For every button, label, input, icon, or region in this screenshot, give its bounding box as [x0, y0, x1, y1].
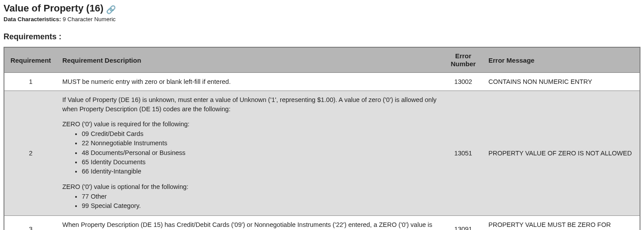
requirements-heading: Requirements : — [4, 32, 640, 41]
header-requirement: Requirement — [4, 47, 57, 73]
list-item: 22 Nonnegotiable Instruments — [82, 139, 438, 147]
page-title: Value of Property (16) — [4, 3, 103, 14]
data-characteristics-line: Data Characteristics: 9 Character Numeri… — [4, 16, 640, 23]
cell-description: MUST be numeric entry with zero or blank… — [57, 73, 443, 91]
cell-description: When Property Description (DE 15) has Cr… — [57, 215, 443, 230]
cell-error-number: 13002 — [443, 73, 483, 91]
cell-error-message: PROPERTY VALUE MUST BE ZERO FOR DESCRIPT… — [483, 215, 640, 230]
desc-optional-list: 77 Other 99 Special Category. — [62, 192, 438, 211]
list-item: 66 Identity-Intangible — [82, 167, 438, 176]
list-item: 09 Credit/Debit Cards — [82, 129, 438, 138]
cell-requirement-number: 3 — [4, 215, 57, 230]
desc-required-list: 09 Credit/Debit Cards 22 Nonnegotiable I… — [62, 129, 438, 176]
cell-description: If Value of Property (DE 16) is unknown,… — [57, 91, 443, 215]
data-characteristics-label: Data Characteristics: — [4, 16, 61, 23]
header-description: Requirement Description — [57, 47, 443, 73]
desc-intro: If Value of Property (DE 16) is unknown,… — [62, 95, 438, 113]
list-item: 65 Identity Documents — [82, 158, 438, 166]
desc-optional-label: ZERO ('0') value is optional for the fol… — [62, 182, 438, 191]
cell-error-number: 13091 — [443, 215, 483, 230]
data-characteristics-value: 9 Character Numeric — [63, 16, 116, 23]
cell-error-number: 13051 — [443, 91, 483, 215]
table-header-row: Requirement Requirement Description Erro… — [4, 47, 640, 73]
header-error-message: Error Message — [483, 47, 640, 73]
header-error-number: Error Number — [443, 47, 483, 73]
list-item: 77 Other — [82, 192, 438, 201]
table-row: 3 When Property Description (DE 15) has … — [4, 215, 640, 230]
list-item: 99 Special Category. — [82, 201, 438, 210]
header-error-number-line2: Number — [451, 60, 476, 68]
link-icon[interactable]: 🔗 — [106, 5, 116, 15]
table-row: 1 MUST be numeric entry with zero or bla… — [4, 73, 640, 91]
header-error-number-line1: Error — [455, 52, 472, 60]
page-title-text: Value of Property (16) — [4, 3, 103, 14]
list-item: 48 Documents/Personal or Business — [82, 148, 438, 157]
cell-error-message: CONTAINS NON NUMERIC ENTRY — [483, 73, 640, 91]
table-row: 2 If Value of Property (DE 16) is unknow… — [4, 91, 640, 215]
requirements-table: Requirement Requirement Description Erro… — [4, 47, 640, 230]
desc-required-label: ZERO ('0') value is required for the fol… — [62, 120, 438, 128]
cell-requirement-number: 1 — [4, 73, 57, 91]
cell-error-message: PROPERTY VALUE OF ZERO IS NOT ALLOWED — [483, 91, 640, 215]
cell-requirement-number: 2 — [4, 91, 57, 215]
